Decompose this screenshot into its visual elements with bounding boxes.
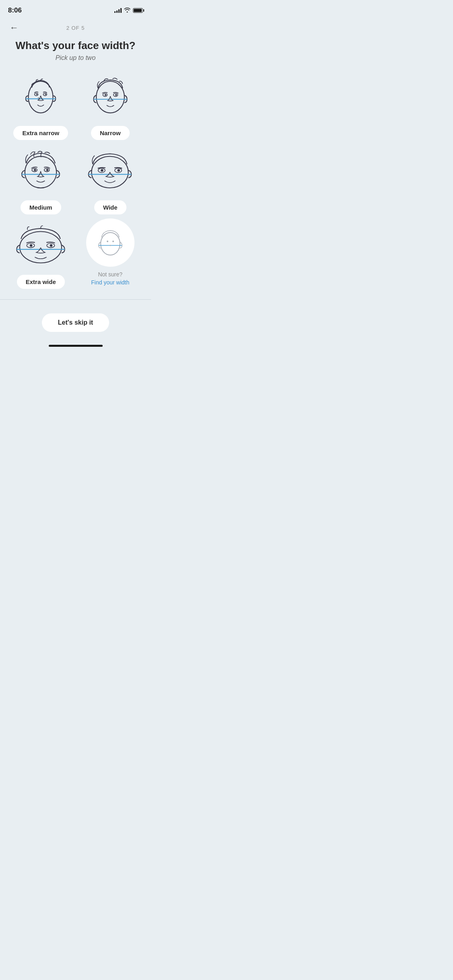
svg-point-14: [115, 94, 117, 96]
extra-narrow-label[interactable]: Extra narrow: [13, 126, 68, 140]
narrow-illustration: [82, 70, 139, 122]
options-grid: Extra narrow: [0, 63, 151, 295]
not-sure-label: Not sure?: [98, 271, 122, 278]
extra-wide-label[interactable]: Extra wide: [17, 275, 65, 289]
page-title: What's your face width?: [8, 39, 143, 52]
svg-point-19: [34, 169, 36, 171]
skip-section: Let's skip it: [0, 304, 151, 342]
header: ← 2 OF 5: [0, 18, 151, 35]
svg-point-21: [92, 156, 128, 188]
svg-point-20: [46, 169, 48, 171]
battery-icon: [133, 8, 143, 13]
option-extra-wide[interactable]: Extra wide: [8, 218, 74, 289]
title-section: What's your face width? Pick up to two: [0, 35, 151, 63]
option-wide[interactable]: Wide: [78, 144, 143, 214]
status-time: 8:06: [8, 6, 22, 14]
find-width-link[interactable]: Find your width: [91, 279, 129, 286]
step-indicator: 2 OF 5: [66, 25, 85, 31]
page-subtitle: Pick up to two: [8, 54, 143, 62]
svg-point-32: [50, 244, 53, 247]
not-sure-option[interactable]: Not sure? Find your width: [78, 218, 143, 289]
option-narrow[interactable]: Narrow: [78, 70, 143, 140]
extra-wide-illustration: [12, 218, 69, 271]
status-icons: [114, 7, 143, 14]
svg-point-26: [118, 169, 120, 172]
wide-label[interactable]: Wide: [94, 200, 126, 214]
medium-illustration: [12, 144, 69, 196]
svg-point-36: [112, 241, 114, 242]
option-medium[interactable]: Medium: [8, 144, 74, 214]
wide-illustration: [82, 144, 139, 196]
signal-icon: [114, 8, 122, 13]
divider: [0, 299, 151, 300]
medium-label[interactable]: Medium: [21, 200, 61, 214]
home-indicator: [0, 342, 151, 353]
svg-point-6: [38, 98, 39, 99]
not-sure-text: Not sure? Find your width: [91, 271, 129, 286]
back-button[interactable]: ←: [8, 21, 20, 35]
extra-narrow-illustration: [12, 70, 69, 122]
svg-point-37: [110, 245, 111, 246]
svg-point-4: [36, 94, 37, 95]
svg-point-31: [30, 244, 33, 247]
svg-point-33: [101, 233, 120, 255]
option-extra-narrow[interactable]: Extra narrow: [8, 70, 74, 140]
home-bar: [49, 345, 103, 347]
svg-point-27: [20, 232, 62, 263]
svg-point-25: [101, 169, 103, 172]
wifi-icon: [124, 7, 130, 14]
status-bar: 8:06: [0, 0, 151, 18]
narrow-label[interactable]: Narrow: [91, 126, 130, 140]
svg-point-35: [107, 241, 108, 242]
skip-button[interactable]: Let's skip it: [42, 313, 109, 332]
svg-point-13: [105, 94, 106, 96]
not-sure-circle: [86, 218, 134, 267]
svg-point-5: [45, 94, 46, 95]
